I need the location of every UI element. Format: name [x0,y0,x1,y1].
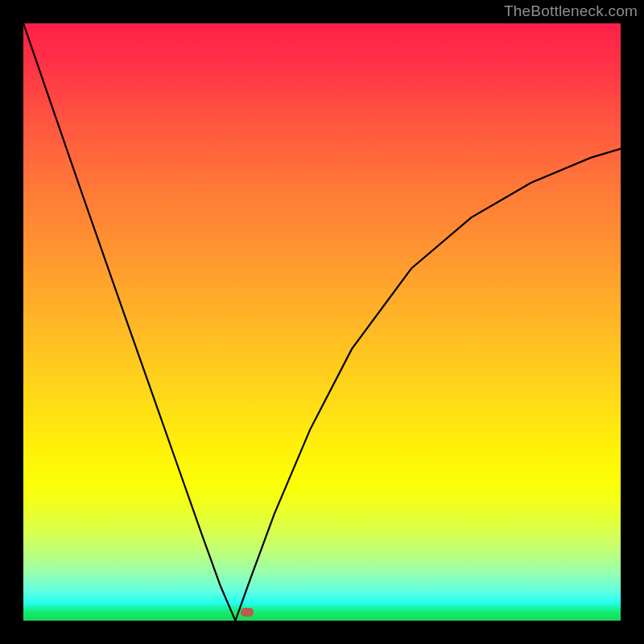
bottleneck-marker [241,608,254,617]
curve-svg [23,23,621,621]
bottleneck-curve-path [23,23,621,621]
chart-frame: TheBottleneck.com [0,0,644,644]
watermark-text: TheBottleneck.com [504,2,638,20]
plot-area [23,23,621,621]
